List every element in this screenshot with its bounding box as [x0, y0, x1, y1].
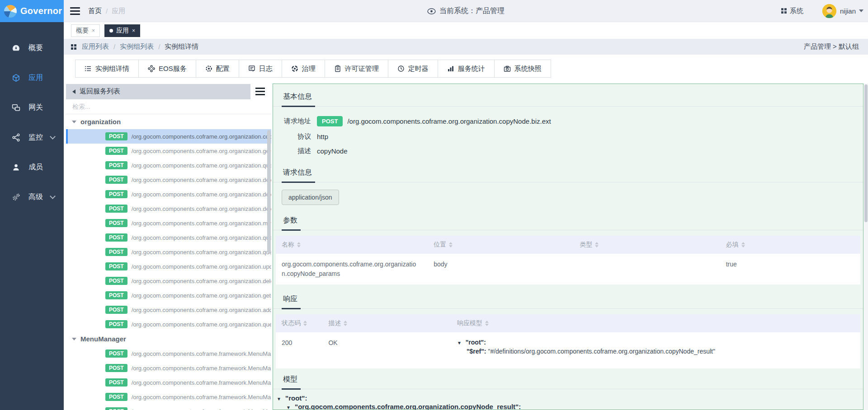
col-name[interactable]: 名称 [276, 241, 428, 249]
tree-item[interactable]: POST /org.gocom.components.coframe.org.o… [66, 216, 271, 230]
system-menu[interactable]: 系统 [781, 7, 803, 15]
col-type[interactable]: 类型 [574, 241, 720, 249]
toolbar-config[interactable]: 配置 [196, 60, 239, 78]
tab-overview[interactable]: 概要 × [71, 24, 100, 37]
tree-item[interactable]: POST /org.gocom.components.coframe.org.o… [66, 317, 271, 331]
service-tree-panel: 返回服务列表 organization POST /org.gocom.comp… [66, 84, 271, 410]
tree-item[interactable]: POST /org.gocom.components.coframe.org.o… [66, 129, 271, 144]
sidebar-item-advanced[interactable]: 高级 [0, 182, 64, 212]
tree-item[interactable]: POST /org.gocom.components.coframe.org.o… [66, 172, 271, 187]
service-detail-panel: 基本信息 请求地址 POST /org.gocom.components.cof… [273, 84, 863, 410]
breadcrumb-current: 应用 [112, 7, 125, 15]
search-input[interactable] [66, 99, 271, 114]
sidebar-collapse-icon[interactable] [70, 7, 80, 15]
param-name: org.gocom.components.coframe.org.organiz… [276, 254, 428, 284]
method-badge: POST [105, 219, 127, 227]
tree-item[interactable]: POST /org.gocom.components.coframe.org.o… [66, 303, 271, 317]
tree-item[interactable]: POST /org.gocom.components.coframe.org.o… [66, 274, 271, 288]
sidebar-item-gateway[interactable]: 网关 [0, 93, 64, 122]
member-icon [12, 163, 20, 172]
page-scrollbar[interactable] [864, 84, 868, 410]
col-response-model[interactable]: 响应模型 [451, 319, 860, 327]
close-icon[interactable]: × [92, 28, 95, 34]
caret-expanded-icon[interactable]: ▼ [286, 405, 291, 410]
tree-item[interactable]: POST /org.gocom.components.coframe.org.o… [66, 245, 271, 259]
tree-group-organization[interactable]: organization [66, 114, 271, 129]
protocol-row: 协议 http [273, 132, 863, 141]
back-to-service-list[interactable]: 返回服务列表 [66, 84, 250, 99]
request-address: /org.gocom.components.coframe.org.organi… [347, 117, 551, 125]
section-response: 响应 [273, 294, 863, 309]
section-request-info: 请求信息 [273, 168, 863, 182]
breadcrumb-home[interactable]: 首页 [88, 7, 102, 15]
col-location[interactable]: 位置 [428, 241, 574, 249]
toolbar-eos-services[interactable]: EOS服务 [138, 60, 196, 78]
tree-menu-icon[interactable] [255, 88, 265, 95]
tree-item[interactable]: POST /org.gocom.components.coframe.frame… [66, 390, 271, 404]
col-description[interactable]: 描述 [322, 319, 451, 327]
crumb-app-list[interactable]: 应用列表 [82, 42, 109, 51]
user-caret-icon[interactable] [859, 9, 863, 12]
sort-icon[interactable] [485, 321, 489, 326]
timer-icon [397, 65, 405, 72]
tree-item[interactable]: POST /org.gocom.components.coframe.frame… [66, 346, 271, 361]
tree-item[interactable]: POST /org.gocom.components.coframe.frame… [66, 375, 271, 390]
tab-application[interactable]: 应用 × [104, 24, 140, 37]
method-badge: POST [105, 277, 127, 285]
username[interactable]: nijian [840, 7, 856, 15]
sort-icon[interactable] [741, 242, 745, 247]
tree-item[interactable]: POST /org.gocom.components.coframe.org.o… [66, 158, 271, 172]
app-logo[interactable]: Governor [0, 0, 64, 22]
toolbar-license[interactable]: 许可证管理 [325, 60, 388, 78]
sidebar-item-members[interactable]: 成员 [0, 152, 64, 182]
caret-expanded-icon[interactable]: ▼ [457, 340, 462, 345]
toolbar-service-stats[interactable]: 服务统计 [438, 60, 495, 78]
method-badge: POST [317, 116, 343, 126]
tree-group-menumanager[interactable]: MenuManager [66, 331, 271, 346]
sort-icon[interactable] [595, 242, 599, 247]
toolbar-instance-detail[interactable]: 实例组详情 [75, 60, 139, 78]
sidebar-item-applications[interactable]: 应用 [0, 63, 64, 93]
chevron-down-icon [50, 193, 56, 199]
scrollbar-thumb[interactable] [864, 84, 868, 222]
caret-expanded-icon[interactable]: ▼ [277, 396, 281, 401]
method-badge: POST [105, 233, 127, 242]
tree-item[interactable]: POST /org.gocom.components.coframe.org.o… [66, 187, 271, 201]
tree-item[interactable]: POST /org.gocom.components.coframe.org.o… [66, 230, 271, 245]
toolbar-governance[interactable]: 治理 [282, 60, 325, 78]
topbar: 首页 / 应用 当前系统：产品管理 系统 nijian [64, 0, 868, 22]
protocol-value: http [317, 133, 328, 140]
method-badge: POST [105, 248, 127, 256]
tree-item[interactable]: POST /org.gocom.components.coframe.org.o… [66, 201, 271, 216]
active-dot-icon [109, 29, 113, 33]
sidebar-item-overview[interactable]: 概要 [0, 33, 64, 63]
tree-item[interactable]: POST /org.gocom.components.coframe.frame… [66, 404, 271, 410]
section-model: 模型 [273, 375, 863, 389]
license-icon [334, 65, 341, 72]
close-icon[interactable]: × [132, 28, 135, 34]
toolbar-logs[interactable]: 日志 [239, 60, 282, 78]
avatar[interactable] [822, 4, 836, 18]
log-icon [248, 65, 255, 72]
monitor-icon [12, 133, 20, 142]
back-arrow-icon [72, 89, 75, 94]
grid-icon [71, 44, 76, 50]
col-required[interactable]: 必填 [720, 241, 860, 249]
tree-scrollbar[interactable] [267, 130, 271, 253]
content-type-chip[interactable]: application/json [282, 190, 339, 205]
tree-item[interactable]: POST /org.gocom.components.coframe.org.o… [66, 144, 271, 158]
toolbar-system-snapshot[interactable]: 系统快照 [494, 60, 551, 78]
toolbar-timer[interactable]: 定时器 [388, 60, 438, 78]
sort-icon[interactable] [297, 242, 301, 247]
sort-icon[interactable] [303, 321, 307, 326]
tree-item[interactable]: POST /org.gocom.components.coframe.org.o… [66, 288, 271, 303]
col-status-code[interactable]: 状态码 [276, 319, 322, 327]
sidebar-item-monitoring[interactable]: 监控 [0, 122, 64, 152]
param-required: true [720, 254, 860, 284]
tree-item[interactable]: POST /org.gocom.components.coframe.org.o… [66, 259, 271, 274]
model-json-tree: ▼ "root": ▼ "org.gocom.components.cofram… [277, 394, 863, 410]
sort-icon[interactable] [344, 321, 347, 326]
tree-item[interactable]: POST /org.gocom.components.coframe.frame… [66, 361, 271, 375]
crumb-instance-group-list[interactable]: 实例组列表 [120, 42, 154, 51]
sort-icon[interactable] [449, 242, 453, 247]
